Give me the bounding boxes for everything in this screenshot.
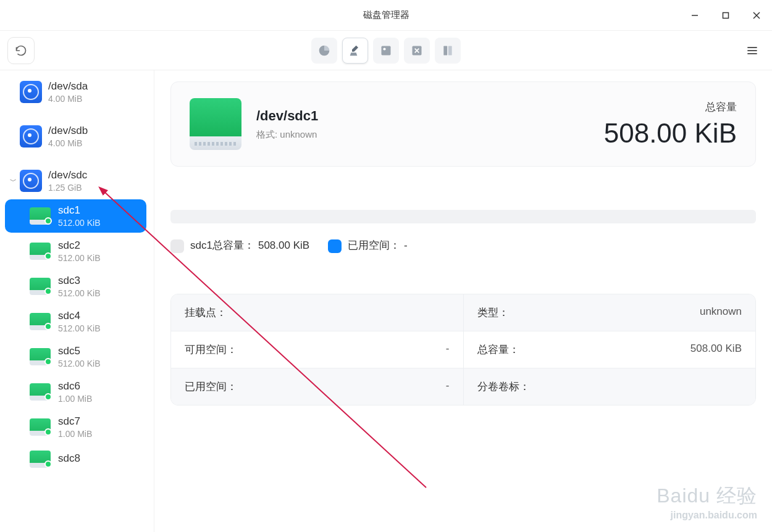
- partition-size: 512.00 KiB: [58, 218, 101, 228]
- close-button[interactable]: [741, 0, 772, 31]
- partition-name: sdc1: [58, 204, 101, 217]
- partition-icon: [30, 348, 51, 365]
- toolbar-tools: [311, 38, 461, 64]
- disk-icon: [20, 125, 42, 148]
- refresh-icon: [15, 44, 27, 57]
- header-card: /dev/sdc1 格式: unknown 总容量 508.00 KiB: [170, 81, 756, 167]
- partition-item-sdc8[interactable]: sdc8: [5, 446, 146, 473]
- svg-rect-5: [448, 46, 452, 55]
- partition-icon: [442, 44, 454, 57]
- partition-item-sdc4[interactable]: sdc4512.00 KiB: [5, 305, 146, 338]
- disk-item-sda[interactable]: ▸ /dev/sda 4.00 MiB: [2, 75, 149, 109]
- tool-delete[interactable]: [404, 38, 430, 64]
- partition-size: 512.00 KiB: [58, 323, 101, 333]
- disk-item-sdc[interactable]: ﹀ /dev/sdc 1.25 GiB: [2, 164, 149, 197]
- type-label: 类型：: [477, 305, 509, 320]
- main-content: /dev/sdc1 格式: unknown 总容量 508.00 KiB sdc…: [154, 70, 772, 532]
- partition-name: sdc2: [58, 239, 101, 252]
- title-bar: 磁盘管理器: [0, 0, 772, 31]
- brush-icon: [349, 44, 361, 57]
- partition-large-icon: [190, 98, 241, 150]
- partition-item-sdc5[interactable]: sdc5512.00 KiB: [5, 340, 146, 373]
- partition-name: sdc8: [58, 452, 80, 465]
- toolbar: [0, 31, 772, 70]
- disk-name: /dev/sdc: [48, 169, 87, 181]
- type-value: unknown: [700, 305, 742, 320]
- pie-chart-icon: [318, 44, 330, 57]
- swatch-total: [170, 239, 184, 253]
- avail-value: -: [446, 343, 450, 357]
- partition-name: sdc6: [58, 380, 92, 393]
- detail-table: 挂载点： 类型：unknown 可用空间：- 总容量：508.00 KiB 已用…: [170, 294, 756, 405]
- tool-image[interactable]: [373, 38, 399, 64]
- delete-icon: [411, 44, 423, 57]
- used-label: 已用空间：: [185, 380, 237, 394]
- sidebar: ▸ /dev/sda 4.00 MiB ▸ /dev/sdb 4.00 MiB …: [0, 70, 154, 532]
- legend-used-value: -: [404, 239, 408, 251]
- format-label: 格式: unknown: [256, 129, 318, 141]
- partition-size: 512.00 KiB: [58, 288, 101, 298]
- minimize-button[interactable]: [679, 0, 710, 31]
- partition-name: sdc5: [58, 345, 101, 357]
- legend-used-label: 已用空间：: [348, 239, 400, 251]
- partition-item-sdc2[interactable]: sdc2512.00 KiB: [5, 235, 146, 268]
- partition-size: 512.00 KiB: [58, 359, 101, 368]
- total-value: 508.00 KiB: [690, 343, 742, 357]
- partition-name: sdc4: [58, 310, 101, 322]
- disk-size: 1.25 GiB: [48, 183, 87, 193]
- refresh-button[interactable]: [7, 37, 35, 64]
- tool-clean[interactable]: [342, 38, 368, 64]
- svg-rect-0: [723, 13, 729, 19]
- volume-label: 分卷卷标：: [477, 380, 530, 394]
- partition-size: 512.00 KiB: [58, 253, 101, 263]
- svg-point-2: [383, 48, 385, 50]
- used-value: -: [446, 380, 450, 394]
- usage-legend: sdc1总容量：508.00 KiB 已用空间：-: [170, 238, 756, 253]
- partition-size: 1.00 MiB: [58, 394, 92, 404]
- partition-icon: [30, 313, 51, 330]
- disk-size: 4.00 MiB: [48, 94, 88, 104]
- tool-partition[interactable]: [435, 38, 461, 64]
- menu-button[interactable]: [744, 42, 761, 59]
- legend-total-label: sdc1总容量：: [190, 239, 254, 251]
- disk-name: /dev/sdb: [48, 125, 88, 137]
- partition-item-sdc1[interactable]: sdc1512.00 KiB: [5, 199, 146, 233]
- legend-total-value: 508.00 KiB: [258, 239, 309, 251]
- partition-name: sdc3: [58, 275, 101, 287]
- partition-icon: [30, 418, 51, 436]
- partition-icon: [30, 207, 51, 225]
- partition-item-sdc7[interactable]: sdc71.00 MiB: [5, 410, 146, 444]
- partition-item-sdc3[interactable]: sdc3512.00 KiB: [5, 270, 146, 303]
- partition-icon: [30, 451, 51, 468]
- partition-path: /dev/sdc1: [256, 108, 318, 124]
- window-controls: [679, 0, 772, 31]
- svg-rect-4: [443, 46, 447, 55]
- capacity-value: 508.00 KiB: [604, 118, 737, 149]
- mount-label: 挂载点：: [185, 305, 227, 320]
- partition-icon: [30, 243, 51, 260]
- hamburger-icon: [747, 45, 758, 56]
- partition-item-sdc6[interactable]: sdc61.00 MiB: [5, 375, 146, 409]
- partition-size: 1.00 MiB: [58, 429, 92, 439]
- partition-name: sdc7: [58, 415, 92, 428]
- capacity-label: 总容量: [604, 100, 737, 114]
- disk-size: 4.00 MiB: [48, 138, 88, 148]
- swatch-used: [328, 239, 342, 253]
- tool-pie[interactable]: [311, 38, 337, 64]
- chevron-down-icon[interactable]: ﹀: [9, 177, 17, 186]
- avail-label: 可用空间：: [185, 343, 237, 357]
- disk-item-sdb[interactable]: ▸ /dev/sdb 4.00 MiB: [2, 120, 149, 153]
- partition-icon: [30, 383, 51, 401]
- total-label: 总容量：: [477, 343, 519, 357]
- usage-bar: [170, 210, 756, 223]
- disk-name: /dev/sda: [48, 80, 88, 93]
- window-title: 磁盘管理器: [363, 9, 409, 21]
- disk-icon: [20, 81, 42, 103]
- svg-rect-1: [382, 46, 391, 55]
- disk-icon: [20, 170, 42, 192]
- partition-icon: [30, 278, 51, 295]
- mount-icon: [380, 44, 392, 57]
- maximize-button[interactable]: [710, 0, 741, 31]
